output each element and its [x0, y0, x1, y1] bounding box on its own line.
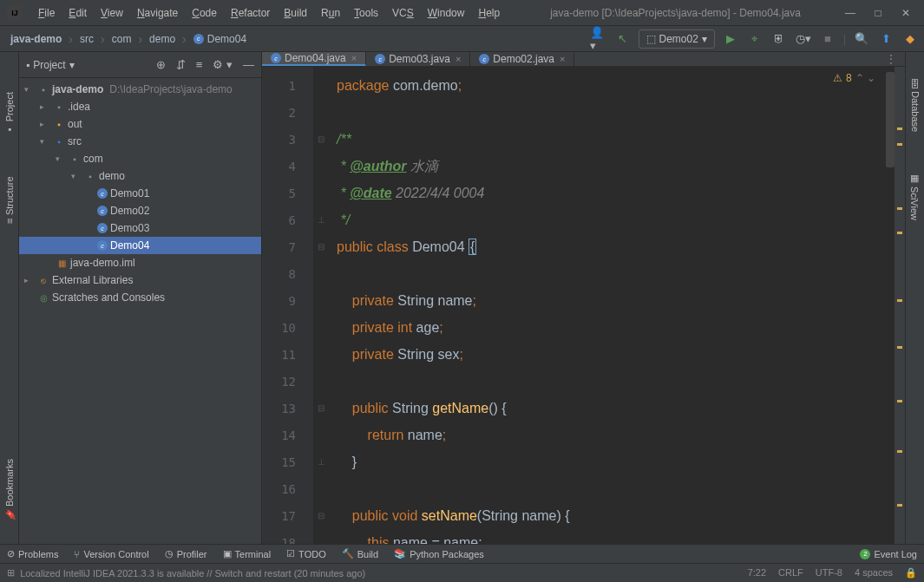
titlebar: IJ File Edit View Navigate Code Refactor… [0, 0, 924, 26]
menu-run[interactable]: Run [314, 3, 347, 23]
tool-database[interactable]: 🗄 Database [908, 74, 923, 137]
tab-problems[interactable]: ⊘ Problems [7, 548, 58, 559]
minimize-button[interactable]: — [844, 7, 856, 19]
profiler-button[interactable]: ◷▾ [795, 30, 812, 48]
tree-scratch[interactable]: ◎Scratches and Consoles [19, 289, 261, 306]
debug-button[interactable]: ⌖ [746, 30, 763, 48]
tab-terminal[interactable]: ▣ Terminal [223, 548, 272, 559]
close-icon[interactable]: × [455, 54, 461, 64]
window-controls: — □ ✕ [844, 7, 912, 19]
encoding[interactable]: UTF-8 [816, 567, 842, 579]
breadcrumb: java-demo› src› com› demo› cDemo04 [5, 30, 252, 48]
tree-file-demo01[interactable]: cDemo01 [19, 185, 261, 202]
project-view-select[interactable]: ▪ Project ▾ [26, 59, 75, 71]
menu-edit[interactable]: Edit [62, 3, 94, 23]
tab-version-control[interactable]: ⑂ Version Control [74, 549, 148, 559]
menu-vcs[interactable]: VCS [385, 3, 421, 23]
menu-window[interactable]: Window [421, 3, 472, 23]
code-editor[interactable]: package com.demo; /** * @author 水滴 * @da… [328, 67, 895, 544]
window-title: java-demo [D:\IdeaProjects\java-demo] - … [507, 7, 844, 19]
tree-demo[interactable]: ▾▪demo [19, 167, 261, 185]
close-icon[interactable]: × [560, 54, 565, 64]
menu-navigate[interactable]: Navigate [130, 3, 185, 23]
menu-code[interactable]: Code [185, 3, 224, 23]
status-message[interactable]: Localized IntelliJ IDEA 2021.3.3 is avai… [20, 568, 365, 579]
navigation-bar: java-demo› src› com› demo› cDemo04 👤▾ ↖ … [0, 26, 924, 52]
tab-profiler[interactable]: ◷ Profiler [165, 548, 207, 559]
tree-file-demo03[interactable]: cDemo03 [19, 219, 261, 237]
hide-icon[interactable]: — [243, 58, 254, 71]
crumb-class[interactable]: cDemo04 [188, 30, 252, 48]
tree-com[interactable]: ▾▪com [19, 150, 261, 167]
line-separator[interactable]: CRLF [778, 567, 803, 579]
settings-icon[interactable]: ⚙ ▾ [213, 58, 233, 71]
fold-gutter: ⊟⊥⊟⊟⊥⊟ [314, 67, 328, 544]
expand-icon[interactable]: ⇵ [176, 58, 186, 71]
project-panel: ▪ Project ▾ ⊕ ⇵ ≡ ⚙ ▾ — ▾▪java-demoD:\Id… [19, 52, 262, 544]
tree-extlib[interactable]: ▸⎋External Libraries [19, 271, 261, 289]
collapse-icon[interactable]: ≡ [196, 58, 203, 71]
coverage-button[interactable]: ⛨ [770, 30, 788, 48]
maximize-button[interactable]: □ [872, 7, 884, 19]
editor-tabs: cDemo04.java× cDemo03.java× cDemo02.java… [262, 52, 905, 67]
crumb-src[interactable]: src [75, 30, 99, 48]
search-button[interactable]: 🔍 [853, 30, 870, 48]
menu-build[interactable]: Build [277, 3, 314, 23]
menu-view[interactable]: View [94, 3, 130, 23]
bottom-tool-tabs: ⊘ Problems ⑂ Version Control ◷ Profiler … [0, 544, 924, 563]
tree-idea[interactable]: ▸▪.idea [19, 98, 261, 115]
close-button[interactable]: ✕ [900, 7, 912, 19]
tab-demo04[interactable]: cDemo04.java× [262, 52, 366, 66]
project-tree: ▾▪java-demoD:\IdeaProjects\java-demo ▸▪.… [19, 78, 261, 544]
tab-build[interactable]: 🔨 Build [342, 548, 378, 559]
crumb-project[interactable]: java-demo [5, 30, 67, 48]
tree-src[interactable]: ▾▪src [19, 133, 261, 150]
main-menu: File Edit View Navigate Code Refactor Bu… [31, 3, 507, 23]
menu-file[interactable]: File [31, 3, 62, 23]
tool-bookmarks[interactable]: 🔖Bookmarks [1, 454, 17, 526]
menu-help[interactable]: Help [471, 3, 507, 23]
menu-tools[interactable]: Tools [347, 3, 385, 23]
tab-todo[interactable]: ☑ TODO [286, 548, 326, 559]
run-button[interactable]: ▶ [722, 30, 739, 48]
overview-scrollbar[interactable] [886, 72, 895, 167]
ide-button[interactable]: ◆ [901, 30, 919, 48]
tab-demo03[interactable]: cDemo03.java× [366, 52, 470, 66]
close-icon[interactable]: × [351, 53, 357, 63]
event-log-button[interactable]: 2 Event Log [860, 549, 917, 559]
lock-icon[interactable]: 🔒 [905, 567, 917, 579]
caret-position[interactable]: 7:22 [748, 567, 766, 579]
crumb-com[interactable]: com [107, 30, 137, 48]
tabs-more-icon[interactable]: ⋮ [877, 52, 905, 66]
stop-button[interactable]: ■ [819, 30, 836, 48]
update-button[interactable]: ⬆ [877, 30, 895, 48]
tree-file-demo02[interactable]: cDemo02 [19, 202, 261, 219]
right-tool-strip: 🗄 Database ▦ SciView [905, 52, 924, 544]
add-user-icon[interactable]: 👤▾ [590, 30, 607, 48]
tree-iml[interactable]: ▦java-demo.iml [19, 254, 261, 271]
tool-sciview[interactable]: ▦ SciView [907, 167, 923, 226]
tree-root[interactable]: ▾▪java-demoD:\IdeaProjects\java-demo [19, 81, 261, 98]
tab-python-packages[interactable]: 📚 Python Packages [394, 548, 484, 559]
line-number-gutter: 123456789101112131415161718 [262, 67, 314, 544]
tree-out[interactable]: ▸▪out [19, 115, 261, 133]
ide-logo: IJ [7, 5, 23, 21]
tool-structure[interactable]: ≡Structure [2, 171, 17, 229]
warning-indicator[interactable]: ⚠ 8 ⌃ ⌄ [833, 72, 875, 84]
crumb-demo[interactable]: demo [144, 30, 180, 48]
tool-project[interactable]: ▪Project [2, 87, 17, 141]
left-tool-strip: ▪Project ≡Structure 🔖Bookmarks [0, 52, 19, 544]
back-arrow-icon[interactable]: ↖ [614, 30, 632, 48]
run-configuration-select[interactable]: ⬚ Demo02 ▾ [639, 29, 715, 49]
tab-demo02[interactable]: cDemo02.java× [470, 52, 574, 66]
select-opened-icon[interactable]: ⊕ [156, 58, 166, 71]
indent[interactable]: 4 spaces [855, 567, 893, 579]
status-bar: ⊞ Localized IntelliJ IDEA 2021.3.3 is av… [0, 563, 924, 582]
menu-refactor[interactable]: Refactor [224, 3, 277, 23]
tool-windows-icon[interactable]: ⊞ [7, 567, 15, 579]
editor-area: cDemo04.java× cDemo03.java× cDemo02.java… [262, 52, 905, 544]
error-stripe [895, 67, 905, 544]
tree-file-demo04[interactable]: cDemo04 [19, 237, 261, 254]
